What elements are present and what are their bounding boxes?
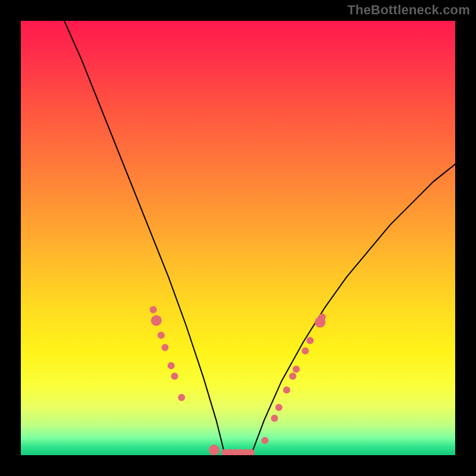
- data-marker: [171, 372, 178, 380]
- data-marker: [271, 415, 278, 422]
- data-marker: [319, 314, 326, 321]
- curve-right-branch: [251, 164, 455, 455]
- data-marker: [293, 365, 300, 372]
- data-marker: [289, 372, 296, 380]
- curve-left-branch: [64, 21, 225, 455]
- plot-area: [21, 21, 455, 455]
- chart-frame: TheBottleneck.com: [0, 0, 476, 476]
- data-marker: [275, 404, 283, 411]
- data-marker: [150, 306, 157, 313]
- data-marker: [178, 394, 185, 401]
- data-marker: [168, 362, 175, 369]
- data-marker: [261, 437, 268, 444]
- data-marker: [158, 332, 165, 339]
- watermark-text: TheBottleneck.com: [347, 2, 470, 18]
- data-marker: [161, 344, 168, 351]
- curve-group: [64, 21, 455, 455]
- data-marker: [283, 387, 290, 394]
- data-marker: [209, 444, 220, 455]
- data-marker: [302, 347, 309, 355]
- marker-group: [150, 306, 326, 455]
- data-marker: [151, 315, 162, 326]
- chart-svg: [21, 21, 455, 455]
- data-marker: [306, 337, 314, 344]
